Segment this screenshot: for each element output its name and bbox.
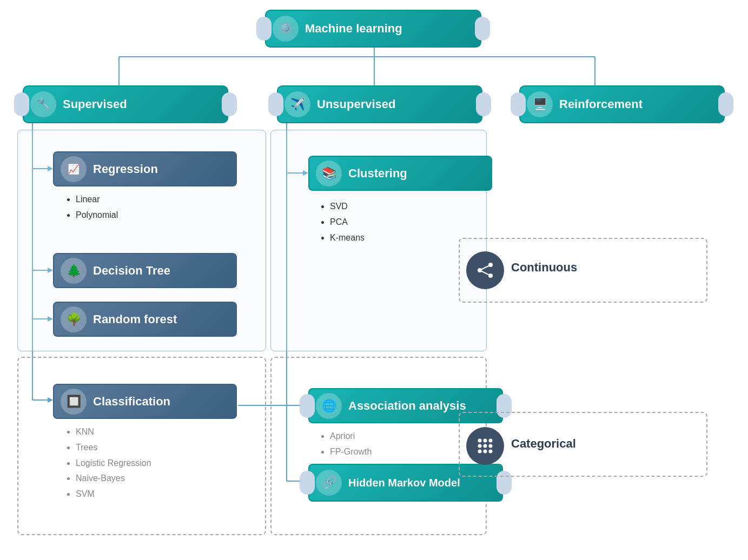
classification-bullet-0: KNN: [76, 424, 151, 440]
clustering-bullet-0: SVD: [330, 199, 365, 215]
clustering-icon: 📚: [316, 161, 342, 186]
unsupervised-node: ✈️ Unsupervised: [277, 85, 482, 123]
root-pill-left: [256, 17, 272, 41]
decision-tree-label: Decision Tree: [93, 264, 236, 278]
categorical-section: [459, 412, 707, 477]
classification-bullets: KNN Trees Logistic Regression Naive-Baye…: [65, 424, 151, 502]
clustering-bullet-1: PCA: [330, 215, 365, 230]
regression-bullets: Linear Polynomial: [65, 192, 118, 223]
random-forest-label: Random forest: [93, 312, 236, 326]
association-icon: 🌐: [316, 393, 342, 419]
decision-tree-node: 🌲 Decision Tree: [53, 253, 237, 288]
unsupervised-icon: ✈️: [284, 91, 310, 117]
classification-bullet-1: Trees: [76, 440, 151, 456]
supervised-node: 🔧 Supervised: [23, 85, 228, 123]
continuous-section: [459, 238, 707, 303]
clustering-label: Clustering: [348, 166, 491, 181]
classification-bullet-2: Logistic Regression: [76, 456, 151, 471]
regression-bullet-1: Polynomial: [76, 208, 118, 223]
root-pill-right: [475, 17, 490, 41]
reinforcement-icon: 🖥️: [527, 91, 553, 117]
regression-icon: 📈: [61, 156, 87, 182]
reinforcement-node: 🖥️ Reinforcement: [519, 85, 725, 123]
clustering-bullets: SVD PCA K-means: [319, 199, 365, 245]
random-forest-icon: 🌳: [61, 306, 87, 332]
supervised-pill-left: [14, 92, 29, 116]
unsupervised-pill-left: [268, 92, 283, 116]
hmm-pill-left: [300, 471, 315, 495]
hmm-icon: 🔗: [316, 470, 342, 496]
classification-icon: 🔲: [61, 389, 87, 415]
supervised-label: Supervised: [63, 97, 227, 111]
association-bullets: Apriori FP-Growth: [319, 429, 372, 460]
root-label: Machine learning: [305, 22, 480, 36]
unsupervised-pill-right: [476, 92, 491, 116]
regression-bullet-0: Linear: [76, 192, 118, 208]
reinforcement-label: Reinforcement: [559, 97, 724, 111]
association-label: Association analysis: [348, 399, 502, 413]
classification-node: 🔲 Classification: [53, 384, 237, 419]
classification-bullet-4: SVM: [76, 486, 151, 502]
unsupervised-label: Unsupervised: [317, 97, 481, 111]
reinforcement-pill-left: [511, 92, 526, 116]
random-forest-node: 🌳 Random forest: [53, 302, 237, 337]
supervised-icon: 🔧: [30, 91, 56, 117]
clustering-bullet-2: K-means: [330, 230, 365, 246]
supervised-pill-right: [222, 92, 237, 116]
association-pill-left: [300, 394, 315, 418]
classification-bullet-3: Naive-Bayes: [76, 471, 151, 486]
root-icon: ⚙️: [273, 16, 299, 42]
reinforcement-pill-right: [718, 92, 733, 116]
decision-tree-icon: 🌲: [61, 258, 87, 284]
clustering-node: 📚 Clustering: [308, 156, 492, 191]
regression-label: Regression: [93, 162, 236, 176]
association-bullet-0: Apriori: [330, 429, 372, 444]
hmm-label: Hidden Markov Model: [348, 476, 502, 490]
root-node: ⚙️ Machine learning: [265, 10, 481, 48]
association-bullet-1: FP-Growth: [330, 444, 372, 460]
classification-label: Classification: [93, 395, 236, 409]
regression-node: 📈 Regression: [53, 151, 237, 186]
